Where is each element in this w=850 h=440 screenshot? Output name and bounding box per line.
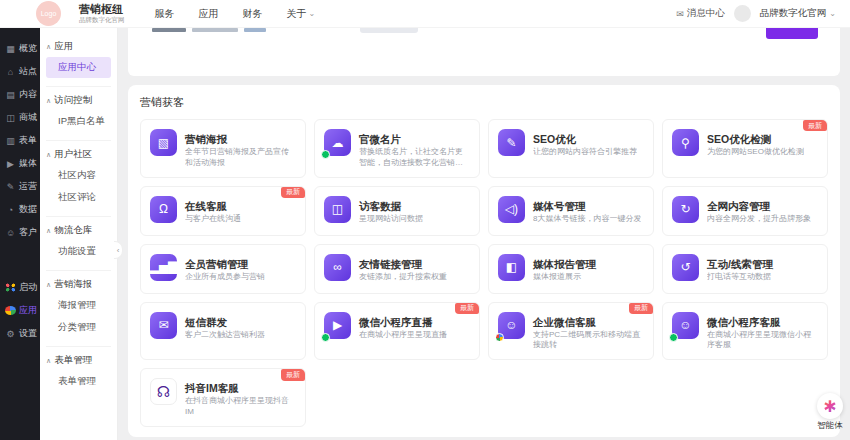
sidebar-section-title: 物流仓库 (54, 224, 92, 237)
app-card[interactable]: ↻ 全网内容管理 内容全网分发，提升品牌形象 (662, 186, 828, 236)
primary-sidebar-item[interactable]: ▤ 内容 (0, 83, 40, 106)
logo[interactable]: Logo (36, 1, 61, 26)
primary-sidebar-item[interactable]: ◫ 商城 (0, 106, 40, 129)
app-card[interactable]: 最新 ⚲ SEO优化检测 为您的网站SEO做优化检测 (662, 119, 828, 178)
sidebar-section-header[interactable]: ∧ 访问控制 (46, 94, 111, 107)
app-card-title: 微信小程序客服 (707, 316, 781, 328)
app-card-text: 营销海报 全年节日营销海报及产品宣传和活动海报 (185, 129, 296, 169)
message-center-link[interactable]: ✉ 消息中心 (676, 7, 725, 20)
app-card[interactable]: 最新 ☺ 企业微信客服 支持PC二维码展示和移动端直接跳转 (488, 302, 654, 361)
app-card-text: SEO优化 让您的网站内容符合引擎推荐 (533, 129, 637, 169)
media-video-icon: ▶ (5, 159, 16, 169)
operation-pen-icon: ✎ (5, 182, 16, 192)
primary-sidebar-item[interactable]: ▶ 媒体 (0, 152, 40, 175)
primary-sidebar-item[interactable]: ✎ 运营 (0, 175, 40, 198)
app-card-title: 访客数据 (359, 200, 401, 212)
primary-sidebar-item[interactable]: 启动 (0, 276, 40, 299)
miniapp-corner-badge (321, 333, 330, 342)
top-nav-item[interactable]: 服务 (155, 7, 175, 21)
account-menu[interactable]: 品牌数字化官网 ⌄ (760, 7, 836, 20)
app-card-desc: 与客户在线沟通 (185, 214, 241, 225)
app-icon: ∞ (324, 254, 351, 281)
sidebar-section-header[interactable]: ∧ 营销海报 (46, 278, 111, 291)
sidebar-item[interactable]: 海报管理 (46, 295, 111, 316)
sidebar-section: ∧ 营销海报 海报管理 分类管理 (46, 278, 111, 347)
app-card-desc: 呈现网站访问数据 (359, 214, 423, 225)
sidebar-section-header[interactable]: ∧ 应用 (46, 40, 111, 53)
media-report-icon: ◧ (506, 261, 517, 273)
miniapp-corner-badge (495, 333, 504, 342)
app-card[interactable]: 最新 ▶ 微信小程序直播 在商城小程序里呈现直播 (314, 302, 480, 361)
app-card-desc: 媒体报道展示 (533, 272, 596, 283)
top-nav-item[interactable]: 应用 (199, 7, 219, 21)
sidebar-item[interactable]: 分类管理 (46, 317, 111, 338)
app-card[interactable]: ◫ 访客数据 呈现网站访问数据 (314, 186, 480, 236)
link-chain-icon: ∞ (333, 261, 342, 273)
sidebar-item[interactable]: 表单管理 (46, 371, 111, 392)
app-card[interactable]: ▂▅▇ 全员营销管理 企业所有成员参与营销 (140, 244, 306, 294)
app-card-desc: 在抖音商城小程序里呈现抖音IM (185, 396, 296, 418)
sidebar-item[interactable]: 社区评论 (46, 187, 111, 208)
app-card[interactable]: ☺ 微信小程序客服 在商城小程序里呈现微信小程序客服 (662, 302, 828, 361)
app-card[interactable]: ✎ SEO优化 让您的网站内容符合引擎推荐 (488, 119, 654, 178)
app-card-title: 微信小程序直播 (359, 316, 433, 328)
sidebar-item[interactable]: 应用中心 (46, 57, 111, 78)
primary-sidebar-label: 应用 (19, 304, 37, 317)
top-nav: 服务 应用 财务 关于 ⌄ (155, 7, 316, 21)
app-card-title: 营销海报 (185, 133, 227, 145)
app-card[interactable]: 最新 ☊ 抖音IM客服 在抖音商城小程序里呈现抖音IM (140, 368, 306, 427)
app-card-title: 在线客服 (185, 200, 227, 212)
sidebar-item[interactable]: 社区内容 (46, 165, 111, 186)
primary-sidebar-label: 内容 (19, 88, 37, 101)
primary-action-button[interactable] (766, 28, 818, 39)
sidebar-section: ∧ 访问控制 IP黑白名单 (46, 94, 111, 141)
primary-sidebar-label: 运营 (19, 180, 37, 193)
top-nav-label: 关于 (287, 7, 307, 21)
app-card-desc: 支持PC二维码展示和移动端直接跳转 (533, 330, 644, 352)
sidebar-section: ∧ 物流仓库 功能设置 (46, 224, 111, 271)
sidebar-section-header[interactable]: ∧ 表单管理 (46, 354, 111, 367)
app-card-desc: 内容全网分发，提升品牌形象 (707, 214, 811, 225)
app-card[interactable]: ✉ 短信群发 客户二次触达营销利器 (140, 302, 306, 361)
app-card[interactable]: ▧ 营销海报 全年节日营销海报及产品宣传和活动海报 (140, 119, 306, 178)
app-card-text: 友情链接管理 友链添加，提升搜索权重 (359, 254, 447, 285)
sidebar-section-title: 用户社区 (54, 148, 92, 161)
app-icon: ▂▅▇ (150, 254, 177, 281)
app-card-text: 全网内容管理 内容全网分发，提升品牌形象 (707, 196, 811, 227)
app-card-title: 媒体报告管理 (533, 258, 596, 270)
ai-assistant-widget[interactable]: ✱ 智能体 (817, 393, 843, 432)
sidebar-section: ∧ 应用 应用中心 (46, 40, 111, 87)
primary-sidebar-item[interactable]: ◔ 数据 (0, 198, 40, 221)
app-card[interactable]: ∞ 友情链接管理 友链添加，提升搜索权重 (314, 244, 480, 294)
top-nav-label: 服务 (155, 7, 175, 21)
primary-sidebar-item[interactable]: ☺ 客户 (0, 221, 40, 244)
app-card[interactable]: ☁ 官微名片 替换纸质名片，让社交名片更智能，自动连接数字化营销中台 (314, 119, 480, 178)
sidebar-item[interactable]: IP黑白名单 (46, 111, 111, 132)
app-card[interactable]: ◁) 媒体号管理 8大媒体号链接，内容一键分发 (488, 186, 654, 236)
primary-sidebar-item[interactable]: ⚙ 设置 (0, 322, 40, 345)
avatar[interactable] (734, 5, 751, 22)
top-nav-item[interactable]: 关于 ⌄ (287, 7, 316, 21)
clipped-content-fragment (244, 28, 266, 32)
new-badge: 最新 (281, 369, 305, 380)
primary-sidebar-item[interactable]: ▥ 表单 (0, 129, 40, 152)
app-card[interactable]: ◧ 媒体报告管理 媒体报道展示 (488, 244, 654, 294)
clipped-top-card (128, 28, 840, 76)
primary-sidebar-item[interactable]: 应用 (0, 299, 40, 322)
app-title: 营销枢纽 (79, 3, 125, 15)
assistant-button[interactable]: ✱ (817, 393, 843, 419)
primary-sidebar-item[interactable]: ▦ 概览 (0, 37, 40, 60)
top-nav-item[interactable]: 财务 (243, 7, 263, 21)
app-card[interactable]: ↺ 互动/线索管理 打电话等互动数据 (662, 244, 828, 294)
miniapp-corner-badge (669, 333, 678, 342)
sidebar-section-header[interactable]: ∧ 物流仓库 (46, 224, 111, 237)
app-card[interactable]: 最新 Ω 在线客服 与客户在线沟通 (140, 186, 306, 236)
apps-circle-icon (5, 306, 16, 315)
sidebar-section-header[interactable]: ∧ 用户社区 (46, 148, 111, 161)
app-icon: ▧ (150, 129, 177, 156)
app-card-desc: 友链添加，提升搜索权重 (359, 272, 447, 283)
primary-sidebar-label: 启动 (19, 281, 37, 294)
sidebar-item[interactable]: 功能设置 (46, 241, 111, 262)
primary-sidebar-label: 站点 (19, 65, 37, 78)
primary-sidebar-item[interactable]: ⌂ 站点 (0, 60, 40, 83)
